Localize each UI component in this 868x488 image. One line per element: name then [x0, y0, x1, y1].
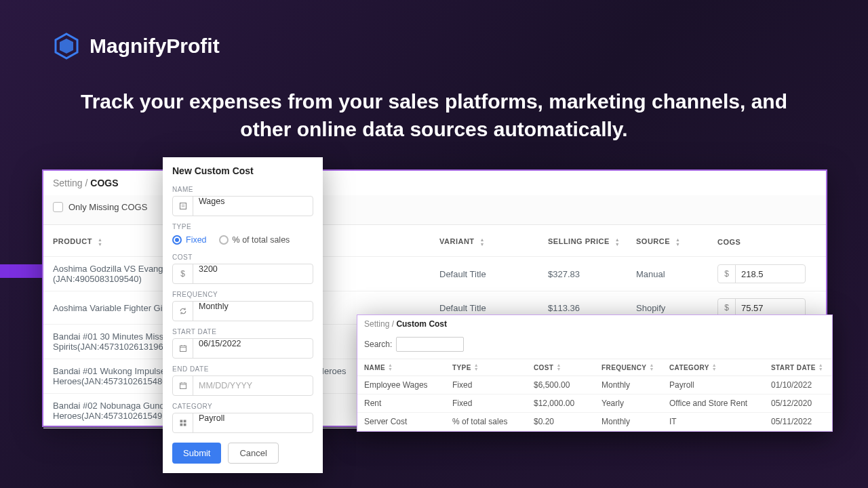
frequency-select[interactable]: Monthly [172, 301, 313, 321]
modal-title: New Custom Cost [172, 165, 313, 176]
sort-icon: ▲▼ [480, 237, 485, 247]
col-source[interactable]: Source▲▼ [636, 237, 717, 247]
cell-source: Manual [636, 269, 717, 279]
tagline: Track your expenses from your sales plat… [0, 88, 868, 143]
cell-variant: Default Title [439, 269, 548, 279]
type-radio-group: Fixed % of total sales [172, 233, 313, 247]
label-category: Category [172, 403, 313, 410]
search-label: Search: [364, 340, 392, 349]
sort-icon: ▲▼ [98, 237, 102, 247]
checkbox-box-icon [53, 202, 63, 212]
cc-table-header: Name▲▼ Type▲▼ Cost▲▼ Frequency▲▼ Categor… [357, 359, 832, 376]
sort-icon: ▲▼ [675, 237, 680, 247]
new-custom-cost-modal: New Custom Cost Name Wages Type Fixed % … [163, 157, 323, 473]
cell-frequency: Monthly [601, 417, 669, 426]
sort-icon: ▲▼ [474, 363, 479, 371]
svg-rect-13 [180, 420, 182, 423]
svg-rect-5 [180, 346, 186, 351]
cell-selling_price: $113.36 [548, 303, 636, 313]
svg-rect-16 [183, 424, 186, 426]
cc-col-start-date[interactable]: Start Date▲▼ [771, 363, 839, 371]
cell-type: Fixed [452, 380, 534, 390]
table-row: RentFixed$12,000.00YearlyOffice and Stor… [357, 394, 832, 413]
submit-button[interactable]: Submit [172, 443, 221, 464]
cell-variant: Default Title [439, 303, 548, 313]
cc-col-type[interactable]: Type▲▼ [452, 363, 534, 371]
modal-buttons: Submit Cancel [172, 443, 313, 464]
cell-cost: $0.20 [534, 417, 601, 426]
calendar-icon [173, 339, 193, 358]
cell-selling_price: $327.83 [548, 269, 636, 279]
refresh-icon [173, 302, 193, 321]
cancel-button[interactable]: Cancel [228, 443, 278, 464]
cell-name: Server Cost [364, 417, 452, 426]
col-variant[interactable]: Variant▲▼ [439, 237, 548, 247]
category-select[interactable]: Payroll [172, 413, 313, 433]
radio-fixed[interactable]: Fixed [172, 235, 207, 245]
svg-rect-9 [180, 383, 186, 388]
cell-start_date: 01/10/2022 [771, 380, 839, 390]
label-end-date: End Date [172, 365, 313, 373]
label-frequency: Frequency [172, 291, 313, 298]
accent-bar [0, 264, 42, 278]
sort-icon: ▲▼ [818, 363, 823, 371]
grid-icon [173, 413, 193, 432]
cost-input[interactable]: $ 3200 [172, 264, 313, 284]
breadcrumb-parent[interactable]: Setting [53, 178, 83, 188]
custom-cost-panel: Setting / Custom Cost Search: Name▲▼ Typ… [357, 314, 833, 432]
cc-col-frequency[interactable]: Frequency▲▼ [601, 363, 669, 371]
breadcrumb-parent[interactable]: Setting [364, 319, 389, 329]
dollar-icon: $ [173, 264, 193, 283]
svg-marker-1 [60, 39, 73, 54]
col-selling-price[interactable]: Selling Price▲▼ [548, 237, 636, 247]
table-row: Employee WagesFixed$6,500.00MonthlyPayro… [357, 376, 832, 394]
cc-search-row: Search: [357, 333, 832, 359]
radio-dot-icon [219, 235, 229, 245]
text-icon [173, 197, 193, 216]
sort-icon: ▲▼ [649, 363, 654, 371]
search-input[interactable] [396, 337, 464, 352]
end-date-field[interactable] [193, 376, 313, 395]
cell-start_date: 05/12/2020 [771, 399, 839, 408]
dollar-icon: $ [718, 265, 736, 283]
cell-source: Shopify [636, 303, 717, 313]
label-name: Name [172, 186, 313, 193]
svg-rect-2 [180, 203, 186, 209]
cell-category: Office and Store Rent [669, 399, 771, 408]
cell-cost: $6,500.00 [534, 380, 601, 390]
label-cost: Cost [172, 253, 313, 261]
cell-cost: $12,000.00 [534, 399, 601, 408]
sort-icon: ▲▼ [388, 363, 393, 371]
cell-frequency: Monthly [601, 380, 669, 390]
table-row: Aoshima Godzilla VS Evangelion Type-3 Ki… [43, 257, 826, 291]
radio-dot-icon [172, 235, 182, 245]
name-input[interactable]: Wages [172, 196, 313, 216]
cell-category: Payroll [669, 380, 771, 390]
cell-cogs: $218.5 [717, 264, 816, 283]
cc-col-category[interactable]: Category▲▼ [669, 363, 771, 371]
calendar-icon [173, 376, 193, 395]
breadcrumb: Setting / COGS [43, 171, 826, 195]
cogs-table-header: Product▲▼ Variant▲▼ Selling Price▲▼ Sour… [43, 225, 826, 257]
start-date-input[interactable]: 06/15/2022 [172, 338, 313, 359]
cc-col-cost[interactable]: Cost▲▼ [534, 363, 601, 371]
cogs-input[interactable]: $218.5 [717, 264, 806, 283]
breadcrumb-current: Custom Cost [396, 319, 447, 329]
brand-logo-icon [53, 33, 80, 60]
breadcrumb-current: COGS [90, 178, 118, 188]
cell-name: Employee Wages [364, 380, 452, 390]
table-row: Server Cost% of total sales$0.20MonthlyI… [357, 413, 832, 431]
cogs-filter-row: Only Missing COGS [43, 195, 826, 225]
radio-pct-sales[interactable]: % of total sales [219, 235, 290, 245]
cell-type: % of total sales [452, 417, 534, 426]
cell-type: Fixed [452, 399, 534, 408]
brand-name: MagnifyProfit [90, 35, 220, 58]
col-cogs: COGS [717, 238, 816, 246]
cell-frequency: Yearly [601, 399, 669, 408]
only-missing-cogs-checkbox[interactable]: Only Missing COGS [53, 202, 147, 212]
label-type: Type [172, 223, 313, 230]
cc-col-name[interactable]: Name▲▼ [364, 363, 452, 371]
sort-icon: ▲▼ [712, 363, 717, 371]
end-date-input[interactable] [172, 375, 313, 396]
sort-icon: ▲▼ [615, 237, 620, 247]
